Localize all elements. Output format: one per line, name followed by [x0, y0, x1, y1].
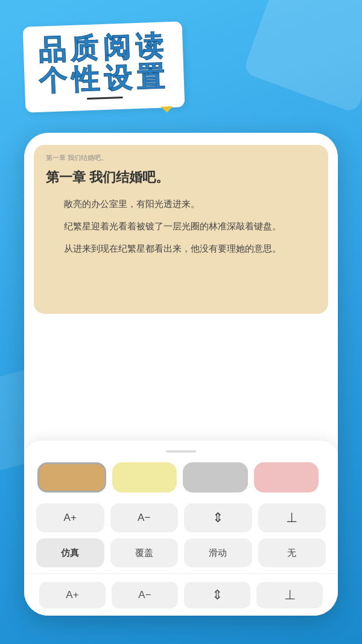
mode-huidong-label: 滑动	[209, 547, 227, 559]
chapter-title: 第一章 我们结婚吧。	[46, 168, 316, 187]
bottom-font-bigger-label: A+	[66, 589, 78, 601]
bottom-para-spacing-button[interactable]: ⊥	[256, 582, 323, 608]
para-spacing-icon: ⊥	[286, 510, 297, 526]
color-swatch-gray[interactable]	[183, 462, 248, 493]
font-bigger-button[interactable]: A+	[36, 503, 104, 532]
para-spacing-button[interactable]: ⊥	[258, 503, 326, 532]
header-underline	[87, 97, 123, 100]
color-row	[36, 460, 326, 495]
drag-handle[interactable]	[166, 450, 196, 453]
phone-mockup: 第一章 我们结婚吧。 第一章 我们结婚吧。 敞亮的办公室里，有阳光透进来。 纪繁…	[24, 133, 338, 616]
line-spacing-button[interactable]: ⇕	[184, 503, 252, 532]
font-smaller-button[interactable]: A−	[110, 503, 179, 532]
mode-fanzhen-button[interactable]: 仿真	[36, 538, 104, 567]
bottom-font-bigger-button[interactable]: A+	[39, 582, 106, 608]
mode-wu-button[interactable]: 无	[258, 538, 326, 567]
bottom-font-smaller-button[interactable]: A−	[112, 582, 178, 608]
header-title-line2: 个性设置	[39, 61, 170, 96]
font-controls-row: A+ A− ⇕ ⊥	[36, 503, 326, 532]
mode-fugai-button[interactable]: 覆盖	[110, 538, 179, 567]
chapter-label: 第一章 我们结婚吧。	[46, 153, 316, 162]
header-title-line1: 品质阅读	[37, 30, 169, 65]
font-bigger-label: A+	[64, 512, 77, 524]
mode-fanzhen-label: 仿真	[61, 547, 79, 559]
mode-fugai-label: 覆盖	[135, 547, 153, 559]
paragraph-1: 敞亮的办公室里，有阳光透进来。	[46, 196, 316, 212]
color-swatch-pink[interactable]	[254, 462, 319, 493]
mode-wu-label: 无	[287, 547, 296, 559]
paragraph-2: 纪繁星迎着光看着被镀了一层光圈的林准深敲着键盘。	[46, 218, 316, 234]
color-swatch-tan[interactable]	[37, 462, 106, 493]
bottom-font-smaller-label: A−	[138, 589, 151, 601]
color-swatch-yellow[interactable]	[112, 462, 177, 493]
bottom-bar: A+ A− ⇕ ⊥	[24, 573, 338, 616]
bottom-line-spacing-button[interactable]: ⇕	[184, 582, 250, 608]
mode-row: 仿真 覆盖 滑动 无	[36, 538, 326, 567]
mode-huidong-button[interactable]: 滑动	[184, 538, 252, 567]
bottom-line-spacing-icon: ⇕	[212, 587, 223, 603]
reading-area: 第一章 我们结婚吧。 第一章 我们结婚吧。 敞亮的办公室里，有阳光透进来。 纪繁…	[34, 145, 328, 314]
bottom-para-spacing-icon: ⊥	[284, 587, 296, 603]
line-spacing-icon: ⇕	[212, 510, 223, 526]
header-section: 品质阅读 个性设置	[0, 0, 362, 122]
header-banner: 品质阅读 个性设置	[23, 21, 185, 112]
paragraph-3: 从进来到现在纪繁星都看出来，他没有要理她的意思。	[46, 240, 316, 257]
font-smaller-label: A−	[138, 512, 150, 524]
